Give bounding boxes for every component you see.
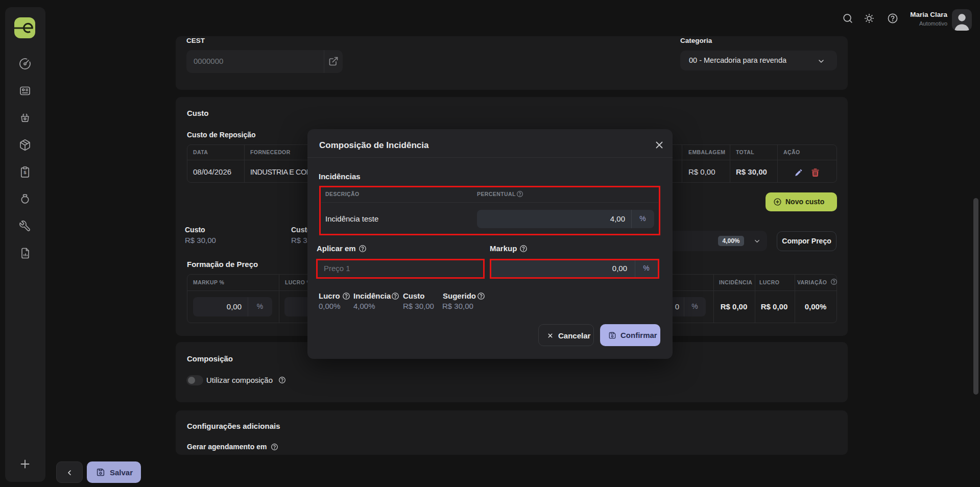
svg-text:$: $: [23, 169, 27, 175]
